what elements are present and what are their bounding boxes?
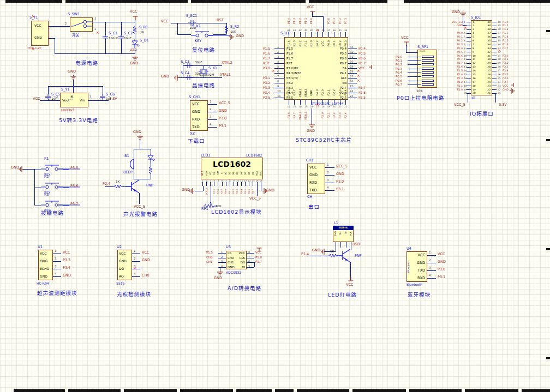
net-label[interactable]: P2.2	[452, 81, 463, 83]
net-label[interactable]: GND	[452, 24, 463, 27]
net-label[interactable]: GND	[142, 258, 150, 262]
vcc5-net-label[interactable]: VCC_5	[249, 197, 261, 201]
net-label[interactable]: P2.6	[358, 91, 366, 94]
net-label[interactable]: P0.3	[344, 14, 347, 28]
ch1-designator[interactable]: CH1	[306, 159, 314, 162]
gnd-net-label[interactable]: GND	[236, 34, 244, 38]
button-icon[interactable]	[41, 200, 63, 208]
gnd-net-label[interactable]: GND	[133, 130, 141, 134]
net-label[interactable]: P3.1	[503, 58, 509, 61]
net-label[interactable]: GND	[63, 273, 71, 278]
net-label[interactable]: P1.2	[299, 14, 302, 28]
gnd-net-label[interactable]: GND	[214, 276, 222, 280]
net-label[interactable]: P2.5	[452, 69, 463, 72]
net-label[interactable]: P1.3	[293, 14, 296, 28]
r2-designator[interactable]: S_R2	[230, 25, 239, 29]
net-label[interactable]: VCC_5	[336, 164, 348, 168]
net-label[interactable]: P2.0	[452, 88, 463, 91]
net-label[interactable]: P2.1	[452, 85, 463, 87]
net-label[interactable]: P3.0	[219, 116, 226, 120]
vcc-net-label[interactable]: VCC	[130, 10, 138, 14]
net-label[interactable]: GND	[336, 172, 344, 176]
net-label[interactable]: P0.7	[358, 61, 366, 65]
net-label[interactable]: P1.6	[503, 43, 509, 46]
net-label[interactable]: P2.5	[213, 186, 216, 197]
rp1-value[interactable]: 10K	[416, 89, 423, 93]
net-label[interactable]: P1.4	[288, 14, 290, 28]
net-label[interactable]: P2.3	[339, 108, 342, 123]
net-label[interactable]: P1.2	[503, 28, 509, 31]
jd1-designator[interactable]: S_JD1	[471, 16, 481, 20]
led-icon[interactable]	[147, 154, 154, 162]
net-label[interactable]: P0.2	[339, 14, 342, 28]
key-designator[interactable]: K2	[44, 174, 49, 179]
net-label[interactable]: P0.6	[396, 79, 402, 82]
net-label[interactable]: VCC	[438, 252, 445, 256]
v33-net-label[interactable]: 3.3V	[499, 103, 507, 107]
u1-designator[interactable]: U1	[38, 245, 43, 249]
net-label[interactable]: GND	[219, 108, 227, 113]
net-label[interactable]: P2.0	[321, 108, 324, 123]
net-label[interactable]: P0.0	[327, 14, 330, 28]
net-label[interactable]: P2.7	[358, 86, 366, 89]
net-label[interactable]: XTAL1	[304, 108, 307, 123]
net-label[interactable]: P3.1	[336, 187, 344, 191]
net-label[interactable]: P2.4	[452, 73, 463, 76]
net-label[interactable]: P3.4	[63, 266, 70, 270]
net-label[interactable]: P2.6	[217, 186, 219, 197]
input-net-label[interactable]: P2.4	[103, 182, 110, 186]
vcc5-net-label[interactable]: VCC_5	[454, 103, 465, 107]
net-label[interactable]: P0.3	[236, 186, 238, 197]
net-label[interactable]: P0.7	[252, 186, 254, 197]
net-label[interactable]: P1.4	[503, 35, 509, 38]
l1-designator[interactable]: L1	[334, 221, 338, 225]
c2-value[interactable]: 10uF	[124, 37, 131, 40]
net-label[interactable]: P0.0	[452, 32, 463, 34]
net-label[interactable]: P0.4	[241, 186, 243, 197]
u3-designator[interactable]: U3	[226, 245, 231, 249]
c1-designator[interactable]: S_C1	[109, 32, 117, 35]
c1-value[interactable]: 100nF	[109, 37, 118, 40]
r1-value[interactable]: 1K	[140, 31, 144, 34]
vcc-net-label[interactable]: VCC	[33, 97, 40, 101]
key-designator[interactable]: K1	[44, 156, 49, 161]
net-label[interactable]: P2.7	[452, 62, 463, 64]
net-label[interactable]: P0.6	[248, 186, 250, 197]
part-name[interactable]: ADC0832	[226, 271, 241, 275]
net-label[interactable]: VCC_5	[219, 101, 230, 105]
net-label[interactable]: P1.1	[304, 14, 307, 28]
net-label[interactable]: P2.2	[333, 108, 336, 123]
sw1-designator[interactable]: S_SW1	[68, 13, 80, 16]
net-label[interactable]: P2.4	[344, 108, 347, 123]
net-label[interactable]: P0.0	[396, 55, 402, 58]
buzzer-icon[interactable]	[127, 158, 135, 170]
net-label[interactable]: P0.7	[452, 58, 463, 61]
net-label[interactable]: VCC	[503, 85, 508, 87]
net-label[interactable]: P1.5	[503, 39, 509, 42]
net-label[interactable]: P0.5	[396, 75, 402, 78]
net-label[interactable]: P1.1	[503, 24, 509, 27]
net-label[interactable]: XTAL2	[299, 108, 302, 123]
net-label[interactable]: P3.1	[219, 124, 226, 128]
net-label[interactable]: P1.0	[310, 14, 313, 28]
u2-designator[interactable]: U2	[117, 245, 122, 249]
k1-designator[interactable]: S_K1	[192, 25, 201, 28]
button-icon[interactable]	[41, 164, 63, 172]
net-label[interactable]: P3.3	[63, 258, 70, 262]
net-label[interactable]: P0.5	[358, 51, 366, 55]
net-label[interactable]: P3.6	[503, 77, 509, 80]
net-label[interactable]: P0.3	[452, 43, 463, 46]
net-label[interactable]: P0.6	[452, 55, 463, 57]
c4-designator[interactable]: S_C4	[181, 71, 189, 75]
vcc-net-label[interactable]: VCC	[401, 36, 409, 40]
base-resistor-value[interactable]: 1K	[116, 180, 119, 183]
vcc-net-label[interactable]: VCC	[307, 5, 314, 9]
vcc-net-label[interactable]: VCC	[161, 20, 169, 23]
net-label[interactable]: GND	[503, 88, 509, 91]
gnd-net-label[interactable]: GND	[312, 249, 320, 252]
net-label[interactable]: P0.2	[232, 186, 235, 197]
net-label[interactable]: P1.0	[503, 21, 509, 23]
net-label[interactable]: P3.6	[70, 184, 78, 188]
net-label[interactable]: P2.5	[358, 95, 366, 99]
net-label[interactable]: P0.3	[396, 67, 402, 70]
